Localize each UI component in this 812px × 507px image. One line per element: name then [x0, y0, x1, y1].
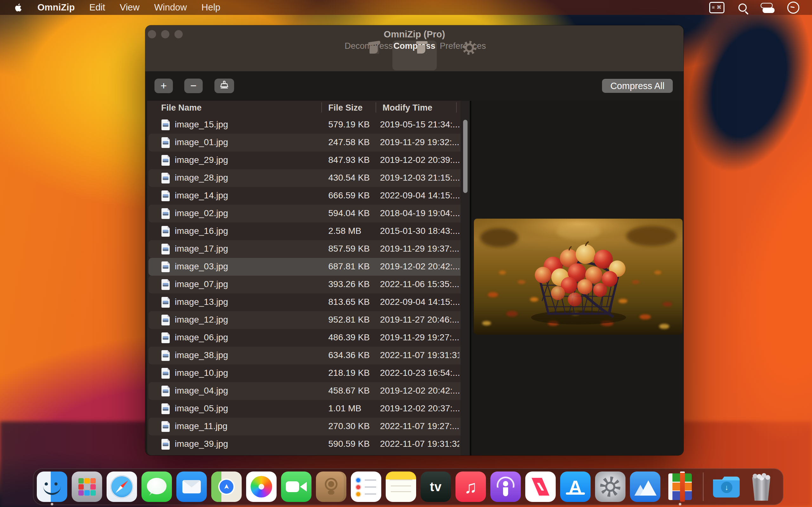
table-row[interactable]: image_39.jpg 590.59 KB 2022-11-07 19:31:…: [148, 435, 468, 453]
dock-system-settings-icon[interactable]: [595, 471, 625, 502]
table-row[interactable]: image_16.jpg 2.58 MB 2015-01-30 18:43:..…: [148, 222, 468, 240]
jpg-file-icon: [161, 386, 170, 396]
desktop: OmniZip Edit View Window Help ≡ ⌘: [0, 0, 812, 507]
file-size: 687.81 KB: [328, 262, 370, 272]
file-name: image_15.jpg: [175, 119, 228, 130]
table-row[interactable]: image_07.jpg 393.26 KB 2022-11-06 15:35:…: [148, 276, 468, 293]
file-table: File Name File Size Modify Time image_15…: [147, 101, 470, 455]
tab-label: Decompress: [345, 41, 389, 51]
toolbar-tab[interactable]: Compress: [392, 41, 437, 70]
file-size: 486.39 KB: [328, 332, 370, 343]
modify-time: 2015-01-30 18:43:...: [380, 226, 459, 236]
scrollbar-thumb[interactable]: [463, 120, 467, 193]
search-icon[interactable]: [739, 3, 747, 12]
input-source-icon[interactable]: ≡ ⌘: [709, 2, 724, 13]
window-titlebar[interactable]: OmniZip (Pro) Decompress Compress: [145, 25, 683, 71]
modify-time: 2019-11-29 19:32:...: [380, 137, 459, 147]
jpg-file-icon: [161, 262, 170, 272]
toolbar-tab[interactable]: Preferences: [440, 41, 484, 70]
remove-files-button[interactable]: −: [184, 78, 203, 93]
jpg-file-icon: [161, 119, 170, 130]
file-size: 2.58 MB: [328, 226, 361, 236]
dock-podcasts-icon[interactable]: [490, 471, 521, 502]
tab-label: Compress: [392, 41, 437, 51]
dock-appletv-icon[interactable]: [420, 471, 451, 502]
dock-finder-icon[interactable]: [37, 471, 67, 502]
file-name: image_11.jpg: [175, 421, 227, 431]
dock-reminders-icon[interactable]: [351, 471, 381, 502]
dock-photos-icon[interactable]: [246, 471, 276, 502]
table-row[interactable]: image_28.jpg 430.54 KB 2019-12-03 21:15:…: [148, 169, 468, 187]
table-row[interactable]: image_13.jpg 813.65 KB 2022-09-04 14:15:…: [148, 293, 468, 311]
table-row[interactable]: image_10.jpg 218.19 KB 2022-10-23 16:54:…: [148, 364, 468, 382]
table-row[interactable]: image_14.jpg 666.59 KB 2022-09-04 14:15:…: [148, 187, 468, 205]
column-divider[interactable]: [375, 102, 376, 112]
menu-item[interactable]: Help: [201, 2, 220, 13]
dock-omnizip-icon[interactable]: [630, 471, 660, 502]
broom-icon: [219, 80, 230, 91]
jpg-file-icon: [161, 315, 170, 326]
preview-pane: [471, 101, 683, 455]
file-size: 218.19 KB: [328, 368, 370, 378]
jpg-file-icon: [161, 368, 170, 379]
column-divider[interactable]: [321, 102, 322, 112]
modify-time: 2019-12-03 21:15:...: [380, 173, 459, 183]
dock-winrar-icon[interactable]: [665, 471, 695, 502]
preview-image: [474, 219, 682, 335]
table-row[interactable]: image_06.jpg 486.39 KB 2019-11-29 19:27:…: [148, 329, 468, 347]
control-center-icon[interactable]: [761, 3, 773, 12]
menu-app-name[interactable]: OmniZip: [38, 2, 75, 13]
compress-all-button[interactable]: Compress All: [602, 79, 673, 93]
clear-list-button[interactable]: [214, 78, 234, 93]
modify-time: 2019-12-02 20:42:...: [380, 262, 459, 272]
file-size: 666.59 KB: [328, 190, 370, 201]
file-name: image_01.jpg: [175, 137, 228, 147]
dock-downloads-icon[interactable]: [711, 471, 742, 502]
file-name: image_10.jpg: [175, 368, 228, 378]
menu-item[interactable]: Window: [154, 2, 187, 13]
dock-messages-icon[interactable]: [142, 471, 172, 502]
jpg-file-icon: [161, 137, 170, 148]
dock-contacts-icon[interactable]: [316, 471, 346, 502]
file-name: image_12.jpg: [175, 315, 228, 325]
dock-safari-icon[interactable]: [107, 471, 137, 502]
clock-icon[interactable]: [787, 2, 799, 14]
modify-time: 2022-09-04 14:15:...: [380, 190, 459, 201]
apple-menu-icon[interactable]: [14, 3, 23, 12]
modify-time: 2022-11-07 19:31:31: [380, 350, 459, 360]
file-name: image_03.jpg: [175, 262, 228, 272]
column-header-file-name[interactable]: File Name: [161, 103, 202, 113]
table-row[interactable]: image_05.jpg 1.01 MB 2019-12-02 20:37:..…: [148, 400, 468, 418]
menu-item[interactable]: View: [120, 2, 140, 13]
modify-time: 2019-12-02 20:39:...: [380, 155, 459, 165]
file-size: 458.67 KB: [328, 386, 370, 396]
table-row[interactable]: image_02.jpg 594.04 KB 2018-04-19 19:04:…: [148, 205, 468, 222]
table-row[interactable]: image_01.jpg 247.58 KB 2019-11-29 19:32:…: [148, 134, 468, 152]
table-row[interactable]: image_15.jpg 579.19 KB 2019-05-15 21:34:…: [148, 116, 468, 134]
table-row[interactable]: image_29.jpg 847.93 KB 2019-12-02 20:39:…: [148, 152, 468, 169]
table-row[interactable]: image_04.jpg 458.67 KB 2019-12-02 20:42:…: [148, 382, 468, 400]
dock-notes-icon[interactable]: [386, 471, 416, 502]
table-row[interactable]: image_38.jpg 634.36 KB 2022-11-07 19:31:…: [148, 347, 468, 364]
file-name: image_28.jpg: [175, 173, 228, 183]
column-header-file-size[interactable]: File Size: [328, 103, 362, 113]
dock-launchpad-icon[interactable]: [72, 471, 102, 502]
dock-appstore-icon[interactable]: [560, 471, 591, 502]
table-row[interactable]: image_03.jpg 687.81 KB 2019-12-02 20:42:…: [148, 258, 468, 276]
table-row[interactable]: image_12.jpg 952.81 KB 2019-11-27 20:46:…: [148, 311, 468, 329]
toolbar-tab[interactable]: Decompress: [345, 41, 389, 70]
dock-trash-icon[interactable]: [746, 471, 776, 502]
dock-news-icon[interactable]: [525, 471, 556, 502]
dock-facetime-icon[interactable]: [281, 471, 311, 502]
dock-maps-icon[interactable]: [211, 471, 242, 502]
add-files-button[interactable]: +: [154, 78, 173, 93]
modify-time: 2019-11-29 19:27:...: [380, 332, 459, 343]
column-divider[interactable]: [456, 102, 457, 112]
menu-item[interactable]: Edit: [90, 2, 105, 13]
column-header-modify-time[interactable]: Modify Time: [383, 103, 432, 113]
dock-mail-icon[interactable]: [176, 471, 207, 502]
table-row[interactable]: image_11.jpg 270.30 KB 2022-11-07 19:27:…: [148, 418, 468, 435]
file-size: 247.58 KB: [328, 137, 370, 147]
table-row[interactable]: image_17.jpg 857.59 KB 2019-11-29 19:37:…: [148, 240, 468, 258]
dock-music-icon[interactable]: [455, 471, 486, 502]
